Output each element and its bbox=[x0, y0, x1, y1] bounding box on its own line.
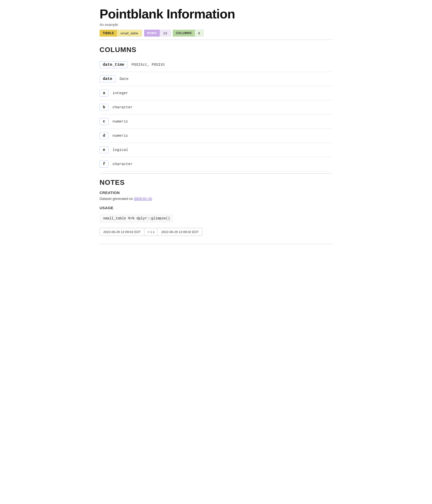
column-row: dateDate bbox=[100, 72, 332, 86]
column-type: numeric bbox=[112, 134, 128, 138]
tibble-label-badge: TIBBLE bbox=[100, 30, 117, 37]
page-header: Pointblank Information An example. TIBBL… bbox=[100, 0, 332, 40]
timing-duration: < 1 s bbox=[144, 228, 158, 236]
column-type: logical bbox=[112, 148, 128, 152]
badges-row: TIBBLE small_table ROWS 13 COLUMNS 8 bbox=[100, 30, 332, 37]
column-row: fcharacter bbox=[100, 157, 332, 171]
columns-section-title: COLUMNS bbox=[100, 46, 332, 54]
notes-title: NOTES bbox=[100, 179, 332, 187]
columns-list: date_timePOSIXct, POSIXtdateDateainteger… bbox=[100, 58, 332, 171]
column-type: POSIXct, POSIXt bbox=[131, 63, 165, 67]
creation-text-before: Dataset generated on bbox=[100, 197, 134, 201]
creation-subtitle: CREATION bbox=[100, 190, 332, 195]
column-row: ainteger bbox=[100, 86, 332, 100]
usage-subtitle: USAGE bbox=[100, 206, 332, 210]
timing-start: 2022-06-29 12:09:02 EDT bbox=[100, 228, 144, 236]
notes-section: NOTES CREATION Dataset generated on 2020… bbox=[100, 173, 332, 244]
creation-subsection: CREATION Dataset generated on 2020-01-15… bbox=[100, 190, 332, 201]
columns-value-badge: 8 bbox=[195, 30, 204, 37]
creation-text-after: . bbox=[152, 197, 153, 201]
bottom-border bbox=[100, 242, 332, 244]
column-row: cnumeric bbox=[100, 115, 332, 129]
creation-text: Dataset generated on 2020-01-15. bbox=[100, 197, 332, 201]
timing-row: 2022-06-29 12:09:02 EDT < 1 s 2022-06-29… bbox=[100, 228, 332, 236]
columns-section: COLUMNS date_timePOSIXct, POSIXtdateDate… bbox=[100, 40, 332, 171]
column-type: integer bbox=[112, 91, 128, 95]
column-name-badge: b bbox=[100, 104, 108, 111]
column-name-badge: a bbox=[100, 90, 108, 97]
creation-date-link[interactable]: 2020-01-15 bbox=[134, 197, 152, 201]
usage-subsection: USAGE small_table %>% dplyr::glimpse() 2… bbox=[100, 206, 332, 236]
column-name-badge: e bbox=[100, 146, 108, 153]
column-row: dnumeric bbox=[100, 129, 332, 143]
column-type: character bbox=[112, 105, 133, 110]
tibble-value-badge: small_table bbox=[117, 30, 142, 37]
column-name-badge: date bbox=[100, 75, 115, 82]
column-name-badge: d bbox=[100, 132, 108, 139]
column-name-badge: f bbox=[100, 161, 108, 168]
columns-label-badge: COLUMNS bbox=[173, 30, 195, 37]
page-subtitle: An example. bbox=[100, 23, 332, 27]
column-name-badge: date_time bbox=[100, 61, 127, 68]
column-type: Date bbox=[119, 77, 128, 81]
column-name-badge: c bbox=[100, 118, 108, 125]
column-type: character bbox=[112, 162, 133, 166]
column-row: elogical bbox=[100, 143, 332, 157]
usage-code: small_table %>% dplyr::glimpse() bbox=[100, 214, 173, 223]
column-row: bcharacter bbox=[100, 100, 332, 115]
rows-value-badge: 13 bbox=[160, 30, 171, 37]
rows-label-badge: ROWS bbox=[144, 30, 160, 37]
column-type: numeric bbox=[112, 120, 128, 124]
timing-end: 2022-06-29 12:09:02 EDT bbox=[158, 228, 202, 236]
column-row: date_timePOSIXct, POSIXt bbox=[100, 58, 332, 72]
page-title: Pointblank Information bbox=[100, 7, 332, 21]
